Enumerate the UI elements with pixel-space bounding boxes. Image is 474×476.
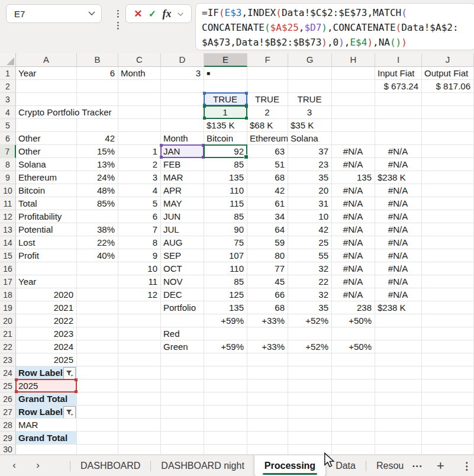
formula-input[interactable]: =IF(E$3,INDEX(Data!$C$2:$E$73,MATCH(CONC… bbox=[195, 3, 474, 50]
cell-A7[interactable]: Other bbox=[16, 145, 77, 158]
cell-I13[interactable]: #N/A bbox=[375, 223, 422, 236]
row-header-18[interactable]: 18 bbox=[0, 288, 16, 301]
cell-I2[interactable]: $ 673.24 bbox=[375, 80, 422, 93]
cell-E4[interactable]: 1 bbox=[204, 106, 247, 119]
cell-F5[interactable]: $68 K bbox=[247, 119, 288, 132]
row-header-11[interactable]: 11 bbox=[0, 197, 16, 210]
column-header-A[interactable]: A bbox=[16, 53, 77, 67]
cell-I4[interactable] bbox=[375, 106, 422, 119]
column-header-J[interactable]: J bbox=[422, 53, 474, 67]
cell-E3[interactable]: TRUE bbox=[204, 93, 247, 106]
pivot-filter-button[interactable] bbox=[63, 367, 76, 379]
cell-C26[interactable] bbox=[118, 393, 161, 406]
cell-F14[interactable]: 59 bbox=[247, 236, 288, 249]
cell-I16[interactable]: #N/A bbox=[375, 262, 422, 275]
cell-A5[interactable] bbox=[16, 119, 77, 132]
cell-F3[interactable]: TRUE bbox=[247, 93, 288, 106]
cell-H8[interactable]: #N/A bbox=[332, 158, 375, 171]
cell-B11[interactable]: 85% bbox=[77, 197, 118, 210]
cell-G10[interactable]: 20 bbox=[288, 184, 332, 197]
cell-E10[interactable]: 110 bbox=[204, 184, 247, 197]
cell-G15[interactable]: 55 bbox=[288, 249, 332, 262]
column-header-E[interactable]: E bbox=[204, 53, 247, 67]
cell-D2[interactable] bbox=[161, 80, 204, 93]
cell-F9[interactable]: 68 bbox=[247, 171, 288, 184]
cell-I22[interactable] bbox=[375, 340, 422, 353]
cell-A16[interactable] bbox=[16, 262, 77, 275]
cell-C23[interactable] bbox=[118, 353, 161, 366]
cell-J5[interactable] bbox=[422, 119, 474, 132]
cell-D10[interactable]: APR bbox=[161, 184, 204, 197]
cell-E26[interactable] bbox=[204, 393, 247, 406]
sheet-menu-button[interactable]: ⋮ bbox=[462, 455, 472, 476]
cell-D20[interactable] bbox=[161, 314, 204, 327]
cell-G6[interactable]: Solana bbox=[288, 132, 332, 145]
cell-F19[interactable]: 68 bbox=[247, 301, 288, 314]
cell-F15[interactable]: 80 bbox=[247, 249, 288, 262]
row-header-7[interactable]: 7 bbox=[0, 145, 16, 158]
cell-J27[interactable] bbox=[422, 406, 474, 419]
sheet-tab-dashboard-night[interactable]: DASHBOARD night bbox=[151, 455, 254, 476]
cell-B12[interactable] bbox=[77, 210, 118, 223]
cell-H3[interactable] bbox=[332, 93, 375, 106]
cell-D24[interactable] bbox=[161, 366, 204, 379]
cell-C13[interactable]: 7 bbox=[118, 223, 161, 236]
cell-E22[interactable]: +59% bbox=[204, 340, 247, 353]
cell-C3[interactable] bbox=[118, 93, 161, 106]
cell-C2[interactable] bbox=[118, 80, 161, 93]
row-header-23[interactable]: 23 bbox=[0, 353, 16, 366]
cell-E27[interactable] bbox=[204, 406, 247, 419]
cell-J9[interactable] bbox=[422, 171, 474, 184]
cell-J14[interactable] bbox=[422, 236, 474, 249]
cell-B2[interactable] bbox=[77, 80, 118, 93]
pivot-filter-button[interactable] bbox=[63, 406, 76, 419]
cell-B6[interactable]: 42 bbox=[77, 132, 118, 145]
cell-C27[interactable] bbox=[118, 406, 161, 419]
cell-A1[interactable]: Year bbox=[16, 67, 77, 80]
cell-I21[interactable] bbox=[375, 327, 422, 340]
cell-A9[interactable]: Ethereum bbox=[16, 171, 77, 184]
cell-B23[interactable] bbox=[77, 353, 118, 366]
cell-G18[interactable]: 32 bbox=[288, 288, 332, 301]
cell-A20[interactable]: 2022 bbox=[16, 314, 77, 327]
cell-A26[interactable]: Grand Total bbox=[16, 393, 77, 406]
name-box[interactable]: E7 bbox=[6, 4, 102, 23]
cell-D3[interactable] bbox=[161, 93, 204, 106]
cell-C5[interactable] bbox=[118, 119, 161, 132]
cell-D16[interactable]: OCT bbox=[161, 262, 204, 275]
cell-D1[interactable]: 3 bbox=[161, 67, 204, 80]
cell-J26[interactable] bbox=[422, 393, 474, 406]
cell-I12[interactable]: #N/A bbox=[375, 210, 422, 223]
cell-E28[interactable] bbox=[204, 419, 247, 432]
cell-H2[interactable] bbox=[332, 80, 375, 93]
cell-F4[interactable]: 2 bbox=[247, 106, 288, 119]
cell-B30[interactable] bbox=[77, 445, 118, 455]
cell-J21[interactable] bbox=[422, 327, 474, 340]
cell-G21[interactable] bbox=[288, 327, 332, 340]
cell-H13[interactable]: #N/A bbox=[332, 223, 375, 236]
row-header-4[interactable]: 4 bbox=[0, 106, 16, 119]
cell-H11[interactable]: #N/A bbox=[332, 197, 375, 210]
cell-D23[interactable] bbox=[161, 353, 204, 366]
cell-G3[interactable]: TRUE bbox=[288, 93, 332, 106]
cell-F26[interactable] bbox=[247, 393, 288, 406]
cell-J25[interactable] bbox=[422, 379, 474, 393]
row-header-24[interactable]: 24 bbox=[0, 366, 16, 379]
cell-A14[interactable]: Lost bbox=[16, 236, 77, 249]
cell-D21[interactable]: Red bbox=[161, 327, 204, 340]
cell-E13[interactable]: 90 bbox=[204, 223, 247, 236]
cell-F11[interactable]: 61 bbox=[247, 197, 288, 210]
cell-D6[interactable]: Month bbox=[161, 132, 204, 145]
cell-I14[interactable]: #N/A bbox=[375, 236, 422, 249]
row-header-30[interactable]: 30 bbox=[0, 445, 16, 455]
cell-F18[interactable]: 66 bbox=[247, 288, 288, 301]
cell-C11[interactable]: 5 bbox=[118, 197, 161, 210]
cell-F28[interactable] bbox=[247, 419, 288, 432]
cell-C30[interactable] bbox=[118, 445, 161, 455]
row-header-13[interactable]: 13 bbox=[0, 223, 16, 236]
sheet-nav-right[interactable]: › bbox=[31, 459, 45, 471]
cell-G13[interactable]: 42 bbox=[288, 223, 332, 236]
column-header-C[interactable]: C bbox=[118, 53, 161, 67]
cell-D29[interactable] bbox=[161, 432, 204, 445]
insert-function-button[interactable]: fx bbox=[162, 8, 171, 20]
